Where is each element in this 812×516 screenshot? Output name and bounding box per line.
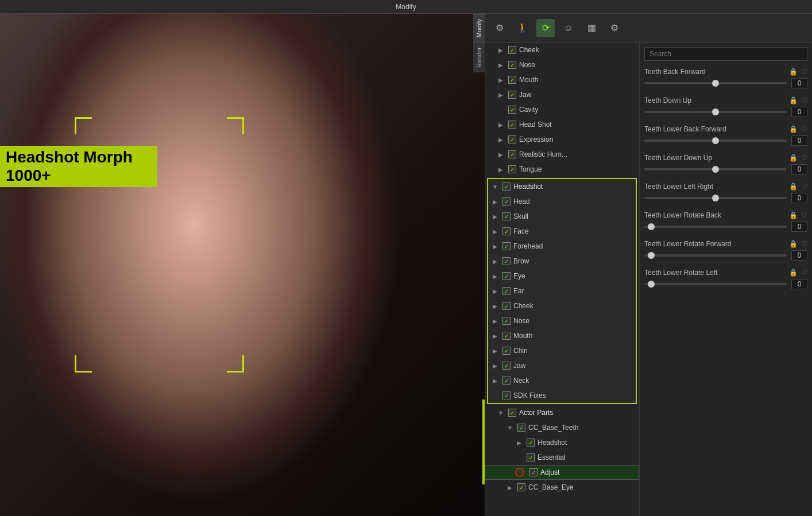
checkbox-expression[interactable] [508, 135, 516, 143]
side-tabs: Modify Render [473, 14, 485, 72]
checkbox-mouth2[interactable] [502, 332, 511, 340]
property-teeth-back-forward: Teeth Back Forward 🔒 ♡ 0 [644, 68, 807, 88]
arrow-cheek: ▶ [496, 45, 505, 55]
search-input[interactable] [644, 47, 807, 61]
lock-icon[interactable]: 🔒 [789, 240, 798, 248]
checkbox-chin[interactable] [502, 347, 511, 355]
checkbox-skull[interactable] [502, 212, 511, 220]
checkbox-headshot[interactable] [508, 121, 516, 129]
property-value: 0 [791, 222, 807, 232]
tree-item-headshot[interactable]: ▶ Head Shot [485, 117, 639, 132]
heart-icon[interactable]: ♡ [801, 211, 807, 219]
lock-icon[interactable]: 🔒 [789, 68, 798, 76]
properties-panel: Teeth Back Forward 🔒 ♡ 0 [640, 42, 812, 516]
render-tab[interactable]: Render [473, 42, 485, 72]
tree-item-mouth2[interactable]: ▶ Mouth [488, 328, 636, 343]
tree-item-neck[interactable]: ▶ Neck [488, 373, 636, 388]
arrow-nose: ▶ [496, 60, 505, 69]
lock-icon[interactable]: 🔒 [789, 183, 798, 191]
checkbox-cheek2[interactable] [502, 302, 511, 310]
tree-item-cc-base-teeth[interactable]: ▼ CC_Base_Teeth [485, 420, 639, 435]
tree-item-tongue[interactable]: ▶ Tongue [485, 162, 639, 177]
tree-item-jaw2[interactable]: ▶ Jaw [488, 358, 636, 373]
tree-item-expression[interactable]: ▶ Expression [485, 132, 639, 147]
checkbox-headshot2[interactable] [527, 439, 535, 447]
tree-item-adjust[interactable]: Adjust [485, 465, 639, 480]
tree-item-face[interactable]: ▶ Face [488, 224, 636, 239]
tree-item-cavity[interactable]: ▶ Cavity [485, 102, 639, 117]
tree-item-jaw[interactable]: ▶ Jaw [485, 87, 639, 102]
arrow-headshot-parent: ▼ [490, 182, 500, 191]
heart-icon[interactable]: ♡ [801, 269, 807, 277]
toolbar-grid[interactable]: ▦ [582, 19, 601, 37]
checkbox-cc-base-teeth[interactable] [517, 424, 525, 432]
tree-item-realistic[interactable]: ▶ Realistic Hum... [485, 147, 639, 162]
tree-item-nose[interactable]: ▶ Nose [485, 57, 639, 72]
tree-item-essential[interactable]: ▶ Essential [485, 450, 639, 465]
tree-item-cheek[interactable]: ▶ Cheek [485, 42, 639, 57]
lock-icon[interactable]: 🔒 [789, 96, 798, 104]
arrow-jaw: ▶ [496, 90, 505, 99]
tree-item-skull[interactable]: ▶ Skull [488, 209, 636, 224]
heart-icon[interactable]: ♡ [801, 240, 807, 248]
heart-icon[interactable]: ♡ [801, 125, 807, 133]
heart-icon[interactable]: ♡ [801, 154, 807, 162]
3d-viewport[interactable]: Headshot Morph 1000+ Bonus of 3D Scan Pi… [0, 14, 485, 516]
tree-item-headshot2[interactable]: ▶ Headshot [485, 435, 639, 450]
checkbox-realistic[interactable] [508, 150, 516, 158]
toolbar-morph[interactable]: ⟳ [536, 19, 555, 37]
property-value: 0 [791, 250, 807, 261]
tree-item-mouth[interactable]: ▶ Mouth [485, 72, 639, 87]
toolbar-face[interactable]: ☺ [559, 19, 578, 37]
checkbox-jaw[interactable] [508, 91, 516, 99]
checkbox-adjust[interactable] [529, 468, 538, 476]
checkbox-headshot-parent[interactable] [502, 183, 511, 191]
checkbox-jaw2[interactable] [502, 362, 511, 370]
tree-item-brow[interactable]: ▶ Brow [488, 254, 636, 269]
checkbox-brow[interactable] [502, 257, 511, 265]
checkbox-tongue[interactable] [508, 165, 516, 173]
toolbar-settings[interactable]: ⚙ [605, 19, 624, 37]
tree-item-sdk[interactable]: ▶ SDK Fixes [488, 388, 636, 403]
checkbox-cavity[interactable] [508, 106, 516, 114]
checkbox-nose[interactable] [508, 61, 516, 69]
property-label: Teeth Lower Down Up [644, 154, 712, 162]
modify-tab[interactable]: Modify [473, 14, 485, 42]
checkbox-cc-base-eye[interactable] [517, 483, 525, 491]
tree-item-actor-parts[interactable]: ▼ Actor Parts [485, 405, 639, 420]
checkbox-forehead[interactable] [502, 242, 511, 250]
property-teeth-lower-back-forward: Teeth Lower Back Forward 🔒 ♡ 0 [644, 125, 807, 146]
tree-item-head[interactable]: ▶ Head [488, 194, 636, 209]
checkbox-head[interactable] [502, 197, 511, 205]
tree-item-headshot-parent[interactable]: ▼ Headshot [488, 179, 636, 194]
lock-icon[interactable]: 🔒 [789, 269, 798, 277]
bracket-top-right [227, 117, 244, 134]
arrow-headshot: ▶ [496, 120, 505, 129]
lock-icon[interactable]: 🔒 [789, 125, 798, 133]
lock-icon[interactable]: 🔒 [789, 154, 798, 162]
toolbar-sliders[interactable]: ⚙ [490, 19, 509, 37]
checkbox-actor-parts[interactable] [508, 409, 516, 417]
tree-item-chin[interactable]: ▶ Chin [488, 343, 636, 358]
tree-item-eye[interactable]: ▶ Eye [488, 269, 636, 284]
tree-item-ear[interactable]: ▶ Ear [488, 284, 636, 298]
lock-icon[interactable]: 🔒 [789, 211, 798, 219]
checkbox-nose2[interactable] [502, 317, 511, 325]
toolbar-figure[interactable]: 🚶 [513, 19, 532, 37]
checkbox-ear[interactable] [502, 287, 511, 295]
checkbox-essential[interactable] [527, 453, 535, 461]
checkbox-cheek[interactable] [508, 46, 516, 54]
tree-panel[interactable]: ▶ Cheek ▶ Nose ▶ Mouth ▶ Jaw [485, 42, 640, 516]
checkbox-neck[interactable] [502, 377, 511, 385]
checkbox-mouth[interactable] [508, 76, 516, 84]
tree-item-cheek2[interactable]: ▶ Cheek [488, 298, 636, 313]
heart-icon[interactable]: ♡ [801, 183, 807, 191]
heart-icon[interactable]: ♡ [801, 96, 807, 104]
checkbox-face[interactable] [502, 227, 511, 235]
tree-item-forehead[interactable]: ▶ Forehead [488, 239, 636, 254]
checkbox-sdk[interactable] [502, 391, 511, 399]
heart-icon[interactable]: ♡ [801, 68, 807, 76]
checkbox-eye[interactable] [502, 272, 511, 280]
tree-item-nose2[interactable]: ▶ Nose [488, 313, 636, 328]
tree-item-cc-base-eye[interactable]: ▶ CC_Base_Eye [485, 480, 639, 495]
